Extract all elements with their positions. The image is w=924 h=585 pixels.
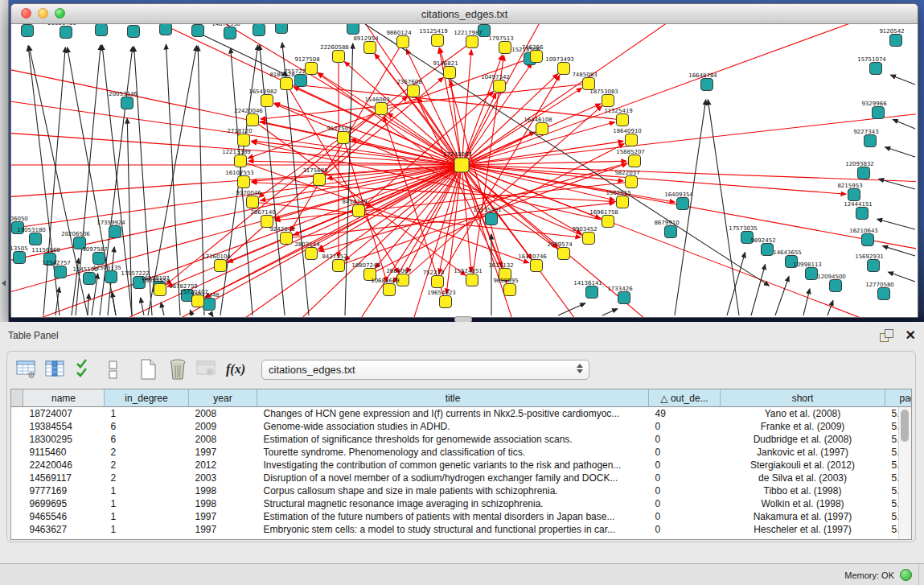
graph-node[interactable]: 16120746 <box>518 253 547 272</box>
window-titlebar[interactable]: citations_edges.txt <box>11 4 918 24</box>
graph-node[interactable]: 12160104 <box>202 253 231 272</box>
graph-node[interactable]: 9127503 <box>326 126 351 144</box>
table-row[interactable]: 2242004622012Investigating the contribut… <box>11 459 912 472</box>
graph-node[interactable]: 18753083 <box>589 89 618 107</box>
column-header-out_degree[interactable]: △ out_de... <box>649 389 721 407</box>
function-builder-icon[interactable]: f(x) <box>223 356 248 382</box>
graph-node[interactable]: 6466160 <box>149 24 174 35</box>
graph-node[interactable]: 15692931 <box>855 253 884 272</box>
graph-node[interactable]: 15885207 <box>616 149 645 167</box>
graph-node[interactable]: 16543982 <box>248 89 277 107</box>
graph-node[interactable]: 18640910 <box>613 128 642 146</box>
column-header-year[interactable]: year <box>189 389 257 407</box>
graph-node[interactable]: 8215953 <box>837 183 862 201</box>
network-canvas[interactable]: 1935572420691406106532871327602646616010… <box>11 24 918 317</box>
column-header-short[interactable]: short <box>721 389 885 407</box>
table-row[interactable]: 1830029562008Estimation of significance … <box>11 433 912 446</box>
graph-node[interactable]: 11325419 <box>604 108 633 126</box>
graph-node[interactable]: 12342757 <box>42 260 71 278</box>
graph-node[interactable]: 14136141 <box>573 280 602 299</box>
graph-node[interactable]: 2099574 <box>547 241 573 260</box>
graph-node[interactable]: 16446108 <box>524 117 552 135</box>
graph-node[interactable]: 12213389 <box>222 149 251 167</box>
graph-node[interactable]: 1733426 <box>607 286 633 304</box>
table-row[interactable]: 977716911998Corpus callosum shape and si… <box>11 484 912 497</box>
network-graph[interactable]: 1935572420691406106532871327602646616010… <box>11 24 916 317</box>
graph-node[interactable]: 19053180 <box>17 227 46 245</box>
graph-node[interactable]: 12093832 <box>845 161 874 179</box>
column-header-in_degree[interactable]: in_degree <box>105 389 189 407</box>
close-button[interactable] <box>21 8 31 19</box>
graph-node[interactable]: 20053346 <box>109 91 138 109</box>
zoom-button[interactable] <box>55 8 65 19</box>
minimize-button[interactable] <box>38 8 48 19</box>
graph-node[interactable]: 16409354 <box>664 192 693 210</box>
table-row[interactable]: 1938455462009Genome-wide association stu… <box>11 420 912 433</box>
graph-node[interactable]: 9860124 <box>386 30 412 48</box>
graph-node[interactable]: 1797513 <box>488 35 513 54</box>
graph-node[interactable]: 7485083 <box>572 72 597 90</box>
graph-node[interactable]: 12770580 <box>865 282 894 300</box>
graph-node[interactable]: 12217987 <box>454 30 483 48</box>
graph-node[interactable]: 18103704 <box>335 24 363 35</box>
graph-node[interactable]: 14671338 <box>211 24 240 39</box>
close-panel-icon[interactable]: ✕ <box>906 329 916 342</box>
table-row[interactable]: 946362711997Embryonic stem cells: a mode… <box>11 523 912 536</box>
graph-node[interactable]: 2718120 <box>227 128 252 146</box>
graph-node[interactable]: 9329966 <box>861 101 887 119</box>
graph-node[interactable]: 15751074 <box>857 56 886 75</box>
graph-node[interactable]: 1327602 <box>117 24 142 38</box>
collapsed-left-panel[interactable] <box>0 0 9 322</box>
graph-node[interactable]: 16107553 <box>225 170 254 188</box>
graph-node[interactable]: 16648784 <box>688 72 717 91</box>
graph-node[interactable]: 8454749 <box>342 199 367 217</box>
graph-node[interactable]: 9146821 <box>433 60 458 79</box>
graph-node[interactable]: 8679910 <box>654 220 679 238</box>
graph-node[interactable]: 12094500 <box>817 274 846 292</box>
graph-node[interactable]: 10497342 <box>481 74 510 93</box>
graph-node[interactable]: 19654923 <box>427 290 456 308</box>
scrollbar-thumb[interactable] <box>901 410 909 442</box>
graph-node[interactable]: 15125419 <box>419 28 448 47</box>
graph-node[interactable]: 9227343 <box>853 129 878 147</box>
table-row[interactable]: 1456911722003Disruption of a novel membe… <box>11 472 912 484</box>
delete-column-icon[interactable] <box>165 356 191 382</box>
graph-node[interactable]: 9097587 <box>82 246 107 265</box>
graph-node[interactable]: 9903452 <box>572 226 597 245</box>
float-window-icon[interactable] <box>880 329 894 342</box>
graph-node[interactable]: 10688609 <box>371 278 400 296</box>
graph-node[interactable]: 12444151 <box>844 201 873 220</box>
graph-node[interactable]: 22260588 <box>320 44 349 63</box>
graph-node[interactable]: 15524851 <box>454 268 483 286</box>
collapse-arrow-icon[interactable] <box>2 280 6 286</box>
graph-node[interactable]: 16210643 <box>849 228 878 246</box>
table-row[interactable]: 946554611997Estimation of the future num… <box>11 510 912 523</box>
column-header-title[interactable]: title <box>257 389 649 407</box>
table-selector[interactable]: citations_edges.txt <box>261 360 589 380</box>
table-row[interactable]: 911546021997Tourette syndrome. Phenomeno… <box>11 446 912 459</box>
column-visibility-icon[interactable] <box>43 356 68 382</box>
graph-node[interactable]: 9892452 <box>750 237 775 256</box>
new-column-icon[interactable] <box>136 356 162 382</box>
table-scrollbar[interactable] <box>898 407 911 540</box>
column-header-name[interactable]: name <box>23 389 105 407</box>
select-all-icon[interactable] <box>72 356 97 382</box>
graph-node[interactable]: 10973493 <box>545 56 574 75</box>
checkbox-list-icon[interactable] <box>101 356 126 382</box>
graph-node[interactable]: 19384554 <box>142 278 170 296</box>
table-settings-icon[interactable]: ⚙ <box>14 356 39 382</box>
graph-node[interactable]: 22420046 <box>234 108 263 126</box>
graph-node[interactable]: 20691406 <box>47 24 76 39</box>
graph-node[interactable]: 3913505 <box>11 245 28 264</box>
graph-node[interactable]: 16033809 <box>263 24 292 34</box>
graph-node[interactable]: 9699695 <box>493 278 518 296</box>
column-header-pagerank[interactable]: pagerank <box>885 389 913 407</box>
graph-node[interactable]: 10653287 <box>83 24 112 36</box>
graph-node[interactable]: 19355724 <box>11 24 38 37</box>
graph-node[interactable]: 8912954 <box>353 35 379 54</box>
graph-node[interactable]: 7515409 <box>242 24 267 36</box>
graph-node[interactable]: 8186328 <box>269 72 294 90</box>
graph-node[interactable]: 2867140 <box>250 209 275 228</box>
graph-node[interactable]: 9242845 <box>269 226 294 245</box>
graph-node[interactable]: 8427552 <box>322 253 347 272</box>
